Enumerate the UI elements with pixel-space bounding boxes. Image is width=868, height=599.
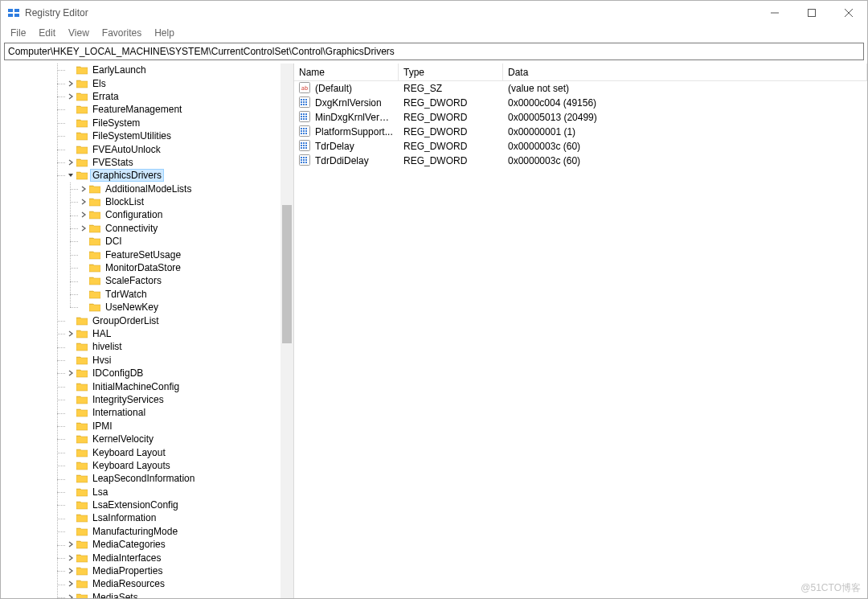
tree-scrollbar-thumb[interactable]	[282, 205, 292, 343]
tree-item-label: Keyboard Layout	[91, 447, 167, 458]
close-button[interactable]	[830, 1, 867, 25]
tree-item[interactable]: FeatureManagement	[1, 103, 293, 116]
tree-item[interactable]: Hvsi	[1, 354, 293, 367]
col-header-name[interactable]: Name	[294, 64, 399, 80]
value-row[interactable]: TdrDelayREG_DWORD0x0000003c (60)	[294, 139, 867, 154]
tree-item[interactable]: InitialMachineConfig	[1, 380, 293, 392]
menu-favorites[interactable]: Favorites	[96, 26, 148, 40]
menu-file[interactable]: File	[4, 26, 32, 40]
tree-item[interactable]: IntegrityServices	[1, 393, 293, 406]
expand-closed-icon[interactable]	[65, 78, 76, 89]
tree-item[interactable]: AdditionalModeLists	[1, 183, 293, 195]
tree-item[interactable]: Connectivity	[1, 222, 293, 235]
tree-item[interactable]: Els	[1, 76, 293, 89]
tree-item[interactable]: TdrWatch	[1, 288, 293, 301]
tree-item[interactable]: MediaProperties	[1, 564, 293, 577]
tree-item[interactable]: FVEStats	[1, 156, 293, 169]
svg-rect-52	[303, 157, 305, 158]
tree-item[interactable]: hivelist	[1, 340, 293, 353]
titlebar[interactable]: Registry Editor	[1, 1, 867, 25]
expand-closed-icon[interactable]	[65, 552, 76, 564]
tree-item[interactable]: BlockList	[1, 195, 293, 208]
folder-icon	[89, 224, 100, 233]
tree-item[interactable]: FileSystem	[1, 117, 293, 129]
folder-icon	[76, 527, 88, 536]
expand-closed-icon[interactable]	[65, 565, 76, 576]
tree-item[interactable]: LsaInformation	[1, 511, 293, 524]
value-row[interactable]: DxgKrnlVersionREG_DWORD0x0000c004 (49156…	[294, 96, 867, 110]
tree-item[interactable]: Errata	[1, 90, 293, 103]
tree-item[interactable]: FeatureSetUsage	[1, 248, 293, 261]
value-type: REG_DWORD	[403, 141, 467, 152]
col-header-type[interactable]: Type	[399, 64, 503, 80]
svg-rect-41	[301, 142, 302, 144]
expand-closed-icon[interactable]	[65, 157, 76, 168]
tree-item[interactable]: Lsa	[1, 486, 293, 498]
tree-item[interactable]: KernelVelocity	[1, 433, 293, 445]
tree-item[interactable]: MediaCategories	[1, 538, 293, 551]
tree-item[interactable]: Keyboard Layout	[1, 445, 293, 458]
address-bar[interactable]: Computer\HKEY_LOCAL_MACHINE\SYSTEM\Curre…	[4, 43, 864, 60]
tree-item[interactable]: GroupOrderList	[1, 314, 293, 326]
svg-rect-37	[301, 133, 302, 134]
value-row[interactable]: TdrDdiDelayREG_DWORD0x0000003c (60)	[294, 154, 867, 168]
tree-item[interactable]: MediaSets	[1, 591, 293, 598]
tree-item[interactable]: Keyboard Layouts	[1, 459, 293, 472]
maximize-button[interactable]	[793, 1, 830, 25]
tree-item[interactable]: LsaExtensionConfig	[1, 498, 293, 511]
svg-rect-3	[14, 14, 19, 17]
tree-scrollbar[interactable]	[280, 64, 293, 598]
tree-item[interactable]: MediaResources	[1, 577, 293, 590]
expand-closed-icon[interactable]	[65, 91, 76, 102]
svg-rect-31	[301, 128, 302, 129]
tree-item[interactable]: IPMI	[1, 420, 293, 433]
tree-item-label: FVEAutoUnlock	[91, 144, 162, 155]
tree-item[interactable]: FVEAutoUnlock	[1, 142, 293, 155]
menu-help[interactable]: Help	[148, 26, 181, 40]
expand-closed-icon[interactable]	[78, 209, 89, 220]
value-row[interactable]: MinDxgKrnlVersi...REG_DWORD0x00005013 (2…	[294, 110, 867, 125]
value-list-body[interactable]: ab(Default)REG_SZ(value not set)DxgKrnlV…	[294, 81, 867, 598]
tree-item[interactable]: UseNewKey	[1, 301, 293, 314]
expand-closed-icon[interactable]	[65, 328, 76, 339]
value-list-header[interactable]: Name Type Data	[294, 64, 867, 81]
menu-view[interactable]: View	[62, 26, 96, 40]
minimize-button[interactable]	[756, 1, 793, 25]
expand-closed-icon[interactable]	[78, 183, 89, 195]
expand-closed-icon[interactable]	[65, 367, 76, 379]
tree-item[interactable]: Configuration	[1, 208, 293, 221]
col-header-data[interactable]: Data	[503, 64, 867, 80]
tree-item[interactable]: EarlyLaunch	[1, 64, 293, 76]
tree-item[interactable]: IDConfigDB	[1, 367, 293, 380]
value-row[interactable]: ab(Default)REG_SZ(value not set)	[294, 81, 867, 96]
tree-item-label: FVEStats	[91, 157, 135, 168]
window-controls	[756, 1, 867, 25]
folder-icon	[76, 145, 88, 154]
svg-rect-13	[305, 99, 307, 101]
svg-rect-11	[301, 99, 302, 101]
tree-item[interactable]: GraphicsDrivers	[1, 169, 293, 182]
tree-item[interactable]: MonitorDataStore	[1, 261, 293, 274]
registry-tree[interactable]: EarlyLaunchElsErrataFeatureManagementFil…	[1, 64, 293, 598]
folder-icon	[76, 170, 88, 180]
tree-item[interactable]: ScaleFactors	[1, 274, 293, 287]
menu-edit[interactable]: Edit	[32, 26, 62, 40]
tree-item[interactable]: LeapSecondInformation	[1, 472, 293, 485]
expand-closed-icon[interactable]	[78, 196, 89, 207]
tree-item[interactable]: DCI	[1, 235, 293, 248]
tree-item[interactable]: International	[1, 406, 293, 419]
tree-item[interactable]: HAL	[1, 327, 293, 340]
tree-item[interactable]: FileSystemUtilities	[1, 129, 293, 142]
expand-closed-icon[interactable]	[65, 578, 76, 589]
value-row[interactable]: PlatformSupport...REG_DWORD0x00000001 (1…	[294, 125, 867, 139]
expand-closed-icon[interactable]	[78, 223, 89, 234]
expand-closed-icon[interactable]	[65, 539, 76, 550]
tree-item[interactable]: ManufacturingMode	[1, 525, 293, 538]
tree-item[interactable]: MediaInterfaces	[1, 551, 293, 564]
expand-open-icon[interactable]	[65, 170, 76, 181]
svg-rect-22	[303, 113, 305, 115]
folder-icon	[76, 461, 88, 470]
expand-closed-icon[interactable]	[65, 592, 76, 598]
tree-item-label: MediaResources	[91, 578, 166, 589]
folder-icon	[76, 487, 88, 497]
